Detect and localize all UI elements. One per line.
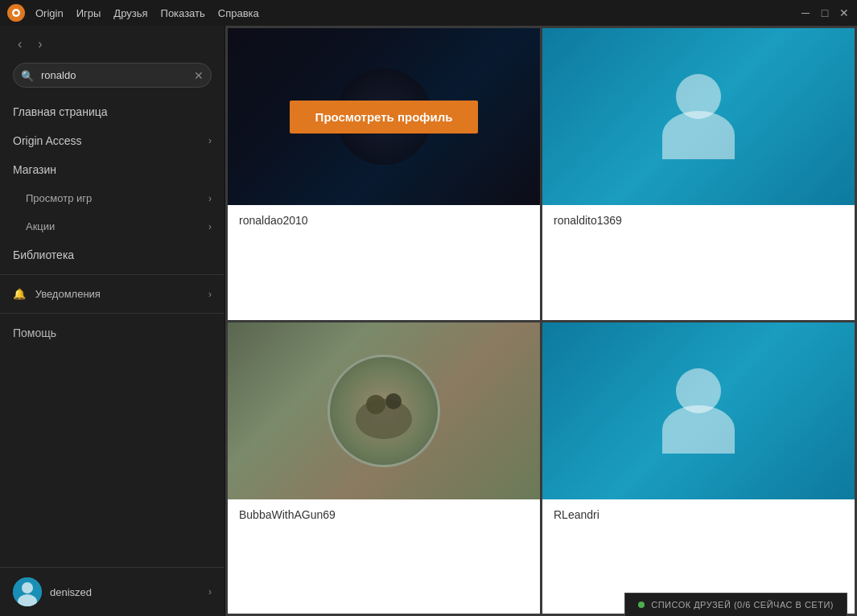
sidebar-home-label: Главная страница	[13, 105, 108, 118]
card-bg-3	[228, 322, 540, 499]
app-body: ‹ › 🔍 ✕ Главная страница Origin Access ›…	[0, 26, 857, 616]
sidebar-item-notifications[interactable]: 🔔 Уведомления ›	[0, 280, 225, 308]
sidebar-item-help[interactable]: Помощь	[0, 318, 225, 347]
search-input[interactable]	[13, 63, 212, 88]
card-info-2: ronaldito1369	[542, 205, 855, 236]
card-username-2: ronaldito1369	[554, 214, 622, 227]
browse-games-chevron-icon: ›	[208, 193, 212, 204]
sidebar-divider-1	[0, 274, 225, 275]
avatar-body-4	[662, 405, 735, 454]
svg-point-8	[385, 393, 402, 409]
results-grid: Просмотреть профиль ronaldao2010	[225, 26, 857, 616]
card-image-2	[542, 28, 855, 205]
sidebar-bottom: deniszed ›	[0, 567, 225, 616]
sidebar-sales-label: Акции	[26, 220, 55, 232]
sidebar-item-home[interactable]: Главная страница	[0, 97, 225, 126]
search-clear-icon[interactable]: ✕	[194, 69, 204, 82]
minimize-button[interactable]: ─	[799, 6, 812, 19]
sidebar-library-label: Библиотека	[13, 248, 74, 261]
card-info-1: ronaldao2010	[228, 205, 540, 236]
sidebar-item-origin-access[interactable]: Origin Access ›	[0, 126, 225, 155]
svg-point-7	[366, 395, 385, 414]
card-info-3: BubbaWithAGun69	[228, 499, 540, 530]
sidebar-origin-access-label: Origin Access	[13, 134, 82, 147]
card-username-3: BubbaWithAGun69	[239, 508, 336, 521]
sidebar-divider-2	[0, 313, 225, 314]
menu-games[interactable]: Игры	[76, 7, 101, 19]
online-dot	[638, 602, 645, 608]
card-bg-2	[542, 28, 855, 205]
origin-logo-icon	[6, 3, 26, 23]
titlebar-left: Origin Игры Друзья Показать Справка	[6, 3, 259, 23]
close-button[interactable]: ✕	[838, 6, 851, 19]
sales-chevron-icon: ›	[208, 221, 212, 232]
card-bg-4	[542, 322, 855, 499]
avatar-body-2	[662, 111, 735, 159]
nav-arrows: ‹ ›	[0, 26, 225, 60]
search-icon: 🔍	[21, 69, 34, 81]
sidebar-item-library[interactable]: Библиотека	[0, 240, 225, 269]
titlebar: Origin Игры Друзья Показать Справка ─ □ …	[0, 0, 857, 26]
bell-icon: 🔔	[13, 288, 26, 300]
card-username-4: RLeandri	[554, 508, 599, 521]
card-image-1: Просмотреть профиль	[228, 28, 540, 205]
notifications-chevron-icon: ›	[208, 289, 212, 300]
card-overlay-1: Просмотреть профиль	[228, 28, 540, 205]
card-circle-3	[328, 355, 440, 467]
default-avatar-4	[662, 368, 735, 454]
user-chevron-icon: ›	[208, 586, 212, 598]
sniper-icon	[344, 371, 424, 451]
sidebar-item-browse-games[interactable]: Просмотр игр ›	[0, 184, 225, 212]
menu-view[interactable]: Показать	[161, 7, 205, 19]
window-controls: ─ □ ✕	[799, 6, 851, 19]
view-profile-button[interactable]: Просмотреть профиль	[290, 101, 479, 133]
result-card-2[interactable]: ronaldito1369	[542, 28, 855, 320]
search-box: 🔍 ✕	[13, 63, 212, 88]
result-card-3[interactable]: BubbaWithAGun69	[228, 322, 540, 614]
username-label: deniszed	[50, 586, 200, 598]
sidebar-store-label: Магазин	[13, 163, 56, 176]
user-profile[interactable]: deniszed ›	[0, 568, 225, 616]
maximize-button[interactable]: □	[818, 6, 831, 19]
forward-arrow-button[interactable]: ›	[33, 35, 47, 53]
avatar	[13, 577, 42, 606]
menu-origin[interactable]: Origin	[35, 7, 64, 19]
help-label: Помощь	[13, 326, 56, 339]
card-image-4	[542, 322, 855, 499]
notifications-label: Уведомления	[35, 288, 101, 300]
default-avatar-2	[662, 74, 735, 159]
svg-point-4	[22, 582, 33, 593]
menu-help[interactable]: Справка	[218, 7, 259, 19]
friends-bar[interactable]: СПИСОК ДРУЗЕЙ (0/6 СЕЙЧАС В СЕТИ)	[624, 593, 847, 616]
sidebar: ‹ › 🔍 ✕ Главная страница Origin Access ›…	[0, 26, 225, 616]
card-info-4: RLeandri	[542, 499, 855, 530]
back-arrow-button[interactable]: ‹	[13, 35, 27, 53]
card-username-1: ronaldao2010	[239, 214, 308, 227]
menu-bar: Origin Игры Друзья Показать Справка	[35, 7, 259, 19]
sidebar-item-store[interactable]: Магазин	[0, 155, 225, 184]
menu-friends[interactable]: Друзья	[113, 7, 147, 19]
sidebar-item-sales[interactable]: Акции ›	[0, 212, 225, 240]
result-card-1[interactable]: Просмотреть профиль ronaldao2010	[228, 28, 540, 320]
avatar-icon	[13, 577, 42, 606]
main-content: Просмотреть профиль ronaldao2010	[225, 26, 857, 616]
sidebar-browse-label: Просмотр игр	[26, 192, 92, 204]
friends-bar-label: СПИСОК ДРУЗЕЙ (0/6 СЕЙЧАС В СЕТИ)	[651, 600, 834, 610]
result-card-4[interactable]: RLeandri	[542, 322, 855, 614]
origin-access-chevron-icon: ›	[208, 135, 212, 146]
svg-point-2	[14, 11, 19, 15]
card-image-3	[228, 322, 540, 499]
